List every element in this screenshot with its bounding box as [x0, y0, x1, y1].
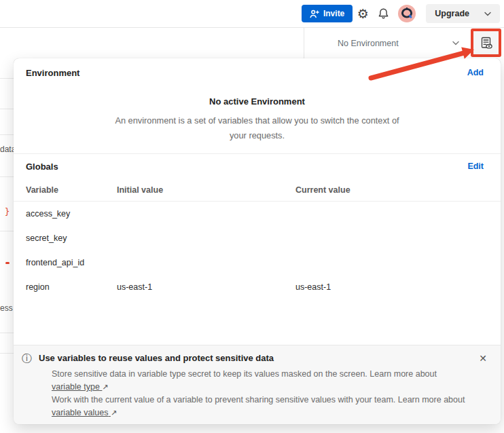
upgrade-button[interactable]: Upgrade	[426, 4, 500, 23]
background-brace-fragment: }	[5, 207, 10, 216]
background-divider	[0, 333, 14, 333]
variable-name: frontend_api_id	[26, 258, 117, 267]
table-row[interactable]: secret_key	[14, 226, 501, 250]
banner-title: Use variables to reuse values and protec…	[39, 352, 274, 364]
user-plus-icon	[310, 10, 319, 18]
chevron-down-icon	[484, 12, 491, 16]
banner-header: ⓘ Use variables to reuse values and prot…	[22, 352, 491, 364]
globals-section-title: Globals	[26, 162, 58, 172]
background-marker	[5, 262, 10, 264]
external-link-icon: ↗	[111, 407, 117, 419]
bell-icon	[378, 7, 389, 20]
link-label: variable type	[52, 382, 100, 392]
background-app-strip: data } ess	[0, 28, 14, 433]
variable-current-value: us-east-1	[295, 282, 488, 292]
variable-name: access_key	[26, 209, 117, 219]
notifications-button[interactable]	[373, 3, 393, 24]
background-divider	[0, 353, 14, 354]
link-label: variable values	[52, 408, 108, 417]
avatar[interactable]	[398, 5, 416, 22]
background-divider	[0, 134, 14, 135]
background-divider	[0, 109, 14, 109]
gear-icon: ⚙	[357, 7, 369, 20]
toolbar-divider	[304, 28, 304, 58]
banner-body: Store sensitive data in variable type se…	[52, 368, 467, 419]
banner-text: Store sensitive data in variable type se…	[52, 369, 437, 379]
banner-paragraph: Store sensitive data in variable type se…	[52, 368, 467, 394]
environment-quick-look-icon	[480, 36, 493, 50]
variable-initial-value: us-east-1	[117, 282, 295, 292]
environment-selector[interactable]: No Environment	[319, 33, 463, 54]
empty-state-description: An environment is a set of variables tha…	[111, 113, 404, 143]
variable-name: secret_key	[26, 233, 117, 243]
column-header-variable: Variable	[26, 185, 117, 195]
add-environment-button[interactable]: Add	[467, 68, 484, 77]
close-icon: ✕	[479, 353, 487, 364]
close-banner-button[interactable]: ✕	[475, 352, 491, 364]
chevron-down-icon	[452, 41, 459, 45]
table-row[interactable]: access_key	[14, 202, 501, 226]
external-link-icon: ↗	[102, 381, 108, 394]
info-icon: ⓘ	[22, 352, 32, 364]
variable-type-link[interactable]: variable type ↗	[52, 382, 109, 392]
environment-section-title: Environment	[26, 68, 79, 78]
variable-name: region	[26, 282, 117, 292]
banner-paragraph: Work with the current value of a variabl…	[52, 394, 467, 419]
environment-toolbar: No Environment	[0, 28, 504, 58]
background-divider	[0, 176, 14, 177]
edit-globals-button[interactable]: Edit	[467, 162, 484, 171]
environment-section-header: Environment Add	[14, 58, 501, 87]
settings-button[interactable]: ⚙	[353, 3, 373, 24]
background-text-fragment: data	[0, 145, 14, 154]
variables-info-banner: ⓘ Use variables to reuse values and prot…	[14, 345, 501, 424]
invite-button[interactable]: Invite	[302, 5, 353, 22]
globals-table-header: Variable Initial value Current value	[14, 178, 501, 202]
environment-selector-value: No Environment	[338, 39, 399, 48]
background-divider	[0, 231, 14, 231]
no-environment-empty-state: No active Environment An environment is …	[14, 87, 501, 154]
table-row[interactable]: region us-east-1 us-east-1	[14, 275, 501, 299]
top-bar: Invite ⚙ Upgrade	[0, 0, 504, 28]
globals-section-header: Globals Edit	[14, 154, 501, 178]
background-divider	[0, 78, 14, 79]
invite-button-label: Invite	[323, 9, 344, 18]
column-header-current-value: Current value	[295, 185, 488, 195]
table-row[interactable]: frontend_api_id	[14, 250, 501, 275]
banner-text: Work with the current value of a variabl…	[52, 395, 465, 404]
background-text-fragment: ess	[0, 303, 13, 313]
environment-quick-look-button[interactable]	[473, 31, 499, 54]
variable-values-link[interactable]: variable values ↗	[52, 408, 117, 417]
environment-quick-look-panel: Environment Add No active Environment An…	[14, 58, 501, 424]
column-header-initial-value: Initial value	[117, 185, 295, 195]
annotation-highlight-box	[471, 29, 501, 57]
upgrade-button-label: Upgrade	[435, 9, 469, 18]
empty-state-title: No active Environment	[14, 95, 501, 109]
